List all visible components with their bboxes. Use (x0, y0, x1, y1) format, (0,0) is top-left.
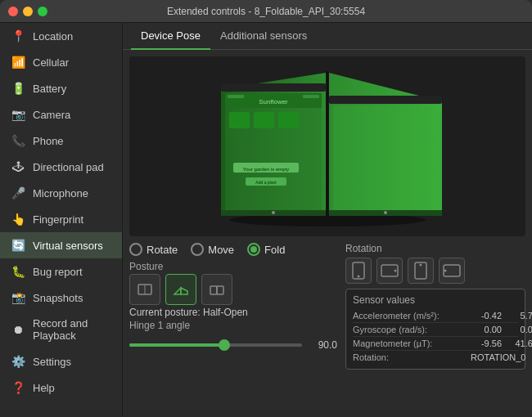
svg-rect-28 (217, 286, 223, 294)
virtual-sensors-icon: 🔄 (11, 239, 25, 252)
device-svg-container: Sunflower Your garden is empty Add a pla… (129, 56, 525, 236)
sensor-row: Rotation:ROTATION_0 (353, 351, 518, 364)
current-posture-text: Current posture: Half-Open (129, 307, 337, 318)
rotation-section: Rotation (345, 243, 525, 284)
sidebar-item-battery[interactable]: 🔋Battery (0, 75, 122, 101)
posture-open[interactable] (201, 274, 232, 305)
microphone-icon: 🎤 (11, 186, 25, 200)
tab-additional-sensors[interactable]: Additional sensors (210, 23, 317, 50)
tab-device-pose[interactable]: Device Pose (131, 23, 210, 50)
sidebar-item-snapshots[interactable]: 📸Snapshots (0, 285, 122, 311)
directional-pad-icon: 🕹 (11, 160, 25, 173)
window-title: Extended controls - 8_Foldable_API_30:55… (167, 6, 365, 17)
fold-label: Fold (264, 244, 285, 256)
rotation-reverse-landscape[interactable] (439, 258, 465, 284)
sidebar-item-fingerprint[interactable]: 👆Fingerprint (0, 206, 122, 232)
sensor-values-box: Sensor values Accelerometer (m/s²):-0.42… (345, 289, 525, 370)
phone-icon: 📞 (11, 134, 25, 147)
rotate-radio[interactable]: Rotate (129, 243, 178, 256)
svg-point-32 (394, 270, 397, 272)
sidebar-item-label-microphone: Microphone (33, 187, 88, 200)
svg-point-34 (420, 264, 422, 267)
sensor-row: Accelerometer (m/s²):-0.425.777.92 (353, 309, 518, 323)
move-radio-circle (191, 243, 204, 256)
posture-open-icon (207, 280, 227, 299)
sensor-val: ROTATION_0 (471, 352, 525, 362)
settings-icon: ⚙️ (11, 355, 25, 368)
sidebar-item-virtual-sensors[interactable]: 🔄Virtual sensors (0, 232, 122, 258)
sidebar-item-phone[interactable]: 📞Phone (0, 128, 122, 154)
sidebar-item-label-help: Help (33, 382, 55, 394)
slider-fill (129, 343, 224, 347)
svg-rect-15 (333, 105, 438, 212)
record-playback-icon: ⏺ (11, 323, 25, 336)
posture-icons (129, 274, 337, 305)
sidebar-item-label-directional-pad: Directional pad (33, 161, 104, 173)
sidebar-item-label-location: Location (33, 30, 73, 43)
hinge-slider-container: 90.0 (129, 339, 337, 351)
controls-right: Rotation (345, 243, 525, 410)
sensor-val: 0.00 (507, 325, 532, 334)
move-radio[interactable]: Move (191, 243, 234, 256)
sidebar-item-location[interactable]: 📍Location (0, 23, 122, 49)
sensor-row: Magnetometer (µT):-9.5641.61-23.54 (353, 337, 518, 351)
sensor-val: 5.77 (507, 311, 532, 321)
sensor-values-group: ROTATION_0 (471, 352, 525, 362)
main-layout: 📍Location📶Cellular🔋Battery📷Camera📞Phone🕹… (0, 23, 532, 417)
sidebar: 📍Location📶Cellular🔋Battery📷Camera📞Phone🕹… (0, 23, 123, 417)
svg-point-19 (384, 211, 387, 214)
sidebar-item-camera[interactable]: 📷Camera (0, 101, 122, 128)
rotation-portrait[interactable] (345, 258, 372, 284)
sidebar-item-directional-pad[interactable]: 🕹Directional pad (0, 154, 122, 180)
sidebar-item-label-record-playback: Record and Playback (33, 317, 110, 342)
sidebar-item-help[interactable]: ❓Help (0, 374, 122, 401)
sensor-values-group: -9.5641.61-23.54 (471, 339, 532, 348)
sidebar-item-record-playback[interactable]: ⏺Record and Playback (0, 311, 122, 348)
sensor-name: Accelerometer (m/s²): (353, 311, 467, 321)
sensor-row: Gyroscope (rad/s):0.000.000.00 (353, 323, 518, 337)
svg-point-17 (272, 211, 275, 214)
sensor-val: 0.00 (471, 325, 502, 334)
reverse-landscape-icon (443, 263, 461, 278)
posture-half-open[interactable] (165, 274, 196, 305)
svg-text:Your garden is empty: Your garden is empty (243, 167, 289, 172)
sidebar-item-label-settings: Settings (33, 356, 71, 368)
slider-thumb[interactable] (219, 339, 230, 351)
fold-radio-circle (247, 243, 260, 256)
traffic-lights (8, 7, 47, 16)
sidebar-item-settings[interactable]: ⚙️Settings (0, 348, 122, 374)
rotate-radio-circle (129, 243, 142, 256)
sensor-val: 41.61 (507, 339, 532, 348)
sidebar-item-label-virtual-sensors: Virtual sensors (33, 240, 103, 252)
sidebar-item-label-bug-report: Bug report (33, 266, 83, 278)
svg-rect-21 (221, 83, 326, 92)
snapshots-icon: 📸 (11, 291, 25, 304)
sidebar-item-bug-report[interactable]: 🐛Bug report (0, 258, 122, 285)
help-icon: ❓ (11, 381, 25, 394)
maximize-button[interactable] (38, 7, 47, 16)
minimize-button[interactable] (23, 7, 33, 16)
sensor-name: Magnetometer (µT): (353, 339, 467, 348)
sidebar-item-label-camera: Camera (33, 109, 70, 121)
fold-radio[interactable]: Fold (247, 243, 285, 256)
hinge-slider-track[interactable] (129, 343, 302, 347)
content-area: Device PoseAdditional sensors (123, 23, 532, 417)
sidebar-item-cellular[interactable]: 📶Cellular (0, 49, 122, 75)
svg-rect-10 (278, 112, 299, 128)
battery-icon: 🔋 (11, 82, 25, 95)
tab-bar: Device PoseAdditional sensors (123, 23, 532, 50)
svg-point-36 (444, 270, 447, 272)
close-button[interactable] (8, 7, 18, 16)
sidebar-item-microphone[interactable]: 🎤Microphone (0, 180, 122, 206)
rotation-icons (345, 258, 525, 284)
sensor-val: -9.56 (471, 339, 502, 348)
rotation-landscape[interactable] (376, 258, 403, 284)
svg-marker-26 (181, 288, 187, 294)
svg-rect-3 (225, 93, 322, 212)
rotation-reverse-portrait[interactable] (408, 258, 434, 284)
svg-rect-7 (303, 95, 319, 98)
foldable-device-svg: Sunflower Your garden is empty Add a pla… (205, 65, 450, 228)
move-label: Move (208, 244, 234, 256)
posture-half-open-icon (171, 280, 191, 299)
posture-closed[interactable] (129, 274, 160, 305)
